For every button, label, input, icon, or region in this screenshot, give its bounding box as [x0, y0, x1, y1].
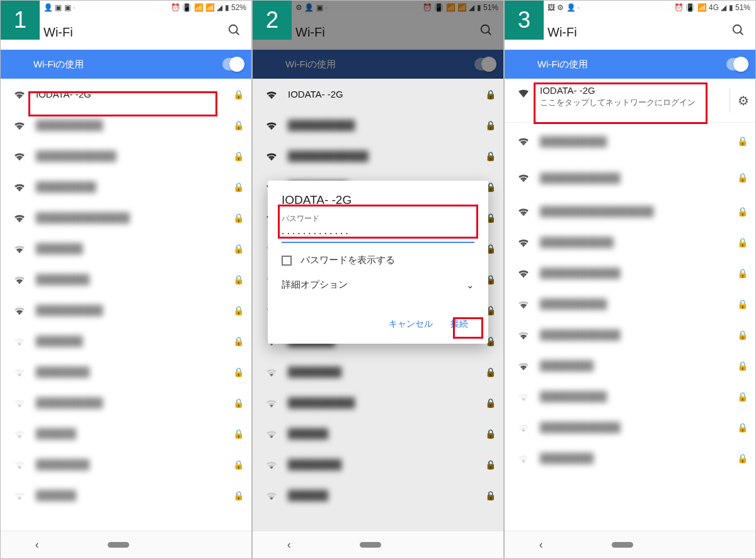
- password-input[interactable]: [282, 225, 474, 243]
- wifi-network-row[interactable]: ████████🔒: [253, 356, 503, 387]
- wifi-toggle-label: Wi-Fiの使用: [285, 59, 336, 71]
- wifi-network-row[interactable]: ██████████🔒: [505, 288, 755, 319]
- wifi-ssid: ████████████: [288, 150, 485, 161]
- wifi-ssid: ████████████: [540, 268, 737, 278]
- wifi-ssid: ████████: [36, 274, 233, 285]
- lock-icon: 🔒: [737, 422, 748, 432]
- network-settings-button[interactable]: ⚙: [730, 89, 749, 113]
- wifi-signal-icon: [512, 134, 535, 148]
- wifi-ssid: ██████████: [36, 305, 233, 315]
- wifi-network-row[interactable]: IODATA- -2G🔒: [253, 79, 503, 110]
- wifi-network-row[interactable]: ████████🔒: [505, 443, 755, 473]
- wifi-ssid: ████████: [36, 366, 233, 377]
- wifi-signal-icon: [8, 242, 31, 256]
- wifi-network-row[interactable]: █████████🔒: [1, 171, 251, 202]
- lock-icon: 🔒: [737, 299, 748, 309]
- wifi-network-row[interactable]: ████████████🔒: [505, 319, 755, 350]
- search-icon[interactable]: [227, 23, 241, 41]
- wifi-network-list: ██████████🔒 ████████████🔒 ██████████████…: [505, 123, 755, 473]
- wifi-network-row[interactable]: ████████🔒: [253, 449, 503, 480]
- lock-icon: 🔒: [233, 213, 244, 223]
- wifi-network-row[interactable]: ████████████🔒: [1, 140, 251, 171]
- wifi-toggle-label: Wi-Fiの使用: [33, 59, 84, 71]
- lock-icon: 🔒: [233, 151, 244, 161]
- lock-icon: 🔒: [737, 330, 748, 340]
- phone-screen-3: 3 🖼 ⚙ 👤 · ⏰ 📳 📶 4G ◢ ▮ 51% Wi-Fi Wi-Fiの使…: [504, 0, 756, 559]
- lock-icon: 🔒: [485, 490, 496, 500]
- wifi-network-row[interactable]: ██████████🔒: [1, 387, 251, 418]
- lock-icon: 🔒: [485, 89, 496, 99]
- lock-icon: 🔒: [233, 89, 244, 99]
- connect-button[interactable]: 接続: [444, 313, 474, 335]
- wifi-signal-icon: [8, 365, 31, 379]
- lock-icon: 🔒: [485, 120, 496, 130]
- wifi-network-row[interactable]: ██████████🔒: [1, 110, 251, 140]
- wifi-signal-icon: [512, 297, 535, 311]
- wifi-network-row[interactable]: ██████████🔒: [253, 110, 503, 140]
- wifi-ssid: █████████████████: [540, 206, 737, 217]
- lock-icon: 🔒: [233, 244, 244, 254]
- wifi-ssid: ████████████: [36, 150, 233, 161]
- search-icon[interactable]: [479, 23, 493, 41]
- home-pill[interactable]: [612, 542, 633, 548]
- dialog-actions: キャンセル 接続: [282, 313, 474, 335]
- toggle-switch[interactable]: [726, 58, 748, 71]
- wifi-signal-icon: [512, 390, 535, 404]
- connected-network-row[interactable]: IODATA- -2G ここをタップしてネットワークにログイン ⚙: [505, 79, 755, 123]
- wifi-network-row[interactable]: ██████🔒: [1, 480, 251, 511]
- back-button[interactable]: ‹: [539, 538, 543, 551]
- toggle-switch[interactable]: [222, 58, 244, 71]
- search-icon[interactable]: [731, 23, 745, 41]
- home-pill[interactable]: [360, 542, 381, 548]
- wifi-ssid: ██████: [288, 490, 485, 500]
- toggle-knob: [229, 57, 244, 72]
- cancel-button[interactable]: キャンセル: [382, 313, 439, 335]
- status-right-icons: ⏰ 📳 📶 4G ◢ ▮ 51%: [674, 3, 750, 12]
- wifi-network-row[interactable]: ███████🔒: [1, 233, 251, 264]
- wifi-network-row[interactable]: ██████🔒: [1, 418, 251, 449]
- wifi-network-row[interactable]: ██████████🔒: [505, 123, 755, 159]
- wifi-toggle-bar[interactable]: Wi-Fiの使用: [253, 50, 503, 79]
- wifi-ssid: ████████████: [540, 422, 737, 432]
- wifi-network-row[interactable]: ██████🔒: [253, 480, 503, 511]
- wifi-network-row[interactable]: ██████████🔒: [253, 387, 503, 418]
- wifi-ssid: ████████: [288, 366, 485, 377]
- wifi-network-row[interactable]: ████████████🔒: [505, 159, 755, 196]
- wifi-signal-icon: [8, 303, 31, 317]
- wifi-network-row[interactable]: ████████🔒: [505, 350, 755, 381]
- wifi-network-row[interactable]: █████████████████🔒: [505, 196, 755, 227]
- status-left-icons: 🖼 ⚙ 👤 ·: [547, 3, 580, 12]
- lock-icon: 🔒: [233, 398, 244, 408]
- home-pill[interactable]: [108, 542, 129, 548]
- lock-icon: 🔒: [233, 460, 244, 470]
- checkbox-icon[interactable]: [282, 256, 292, 266]
- wifi-ssid: ███████: [36, 336, 233, 346]
- wifi-network-row[interactable]: ███████████🔒: [505, 227, 755, 257]
- wifi-network-row[interactable]: ████████████🔒: [253, 140, 503, 171]
- wifi-network-row[interactable]: IODATA- -2G🔒: [1, 79, 251, 110]
- wifi-network-row[interactable]: ████████🔒: [1, 264, 251, 295]
- wifi-network-row[interactable]: ███████🔒: [1, 325, 251, 356]
- back-button[interactable]: ‹: [35, 538, 39, 551]
- lock-icon: 🔒: [737, 392, 748, 402]
- wifi-network-row[interactable]: ██████🔒: [253, 418, 503, 449]
- wifi-network-row[interactable]: ████████████🔒: [505, 412, 755, 443]
- wifi-network-row[interactable]: ████████🔒: [1, 356, 251, 387]
- wifi-signal-icon: [8, 180, 31, 194]
- wifi-network-row[interactable]: ██████████🔒: [505, 381, 755, 412]
- svg-line-5: [740, 32, 743, 35]
- toggle-switch[interactable]: [474, 58, 496, 71]
- wifi-network-row[interactable]: ████████████🔒: [505, 257, 755, 288]
- wifi-network-row[interactable]: ████████🔒: [1, 449, 251, 480]
- show-password-row[interactable]: パスワードを表示する: [282, 254, 474, 266]
- advanced-options-row[interactable]: 詳細オプション ⌄: [282, 271, 474, 298]
- back-button[interactable]: ‹: [287, 538, 291, 551]
- wifi-signal-icon: [260, 88, 283, 101]
- wifi-toggle-bar[interactable]: Wi-Fiの使用: [505, 50, 755, 79]
- wifi-network-row[interactable]: ██████████████🔒: [1, 202, 251, 233]
- connected-ssid: IODATA- -2G: [540, 85, 725, 96]
- wifi-toggle-bar[interactable]: Wi-Fiの使用: [1, 50, 251, 79]
- wifi-network-row[interactable]: ██████████🔒: [1, 295, 251, 325]
- wifi-signal-icon: [260, 118, 283, 132]
- lock-icon: 🔒: [485, 367, 496, 377]
